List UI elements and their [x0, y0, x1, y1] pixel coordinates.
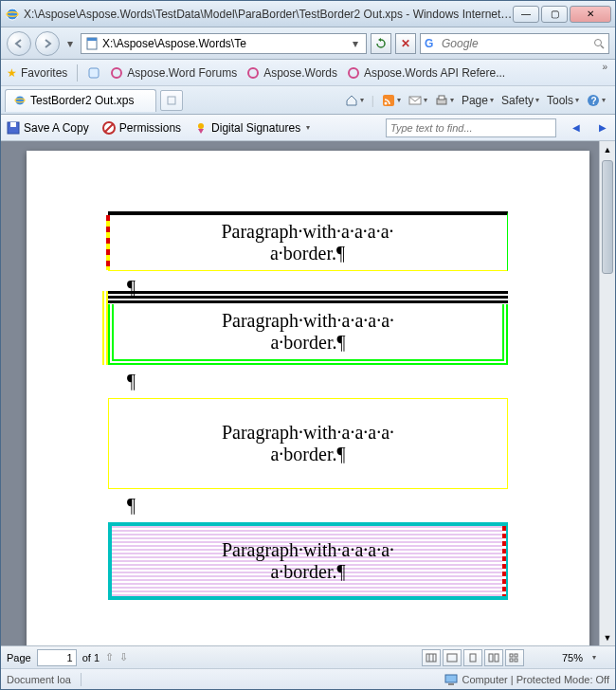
zoom-dropdown[interactable]: ▾ [592, 653, 596, 662]
search-bar[interactable]: G [420, 33, 609, 54]
svg-point-15 [384, 101, 387, 104]
svg-point-11 [15, 96, 25, 105]
fav-link-forums[interactable]: Aspose.Word Forums [110, 66, 237, 80]
scroll-thumb[interactable] [602, 160, 613, 274]
home-button[interactable]: ▾ [345, 94, 364, 107]
find-input[interactable] [390, 122, 552, 134]
forward-button[interactable] [35, 31, 60, 56]
svg-rect-32 [495, 654, 498, 662]
window-buttons: — ▢ ✕ [513, 6, 611, 23]
pilcrow-spacer: ¶ [108, 495, 508, 517]
digital-signatures-button[interactable]: Digital Signatures ▾ [194, 121, 310, 135]
permissions-icon [102, 121, 116, 135]
title-bar: X:\Aspose\Aspose.Words\TestData\Model\Pa… [1, 1, 615, 27]
svg-rect-3 [87, 38, 97, 41]
zoom-level: 75% [530, 652, 587, 663]
maximize-button[interactable]: ▢ [541, 6, 568, 23]
find-prev-button[interactable]: ◀ [570, 121, 583, 135]
svg-rect-22 [10, 122, 16, 127]
svg-rect-36 [515, 659, 517, 662]
svg-rect-13 [168, 97, 175, 104]
save-icon [7, 121, 20, 135]
mail-button[interactable]: ▾ [408, 94, 427, 107]
find-next-button[interactable]: ▶ [596, 121, 609, 135]
view-mode-buttons [422, 649, 524, 666]
svg-rect-38 [448, 683, 454, 685]
signature-icon [194, 121, 208, 135]
minimize-button[interactable]: — [513, 6, 539, 23]
nav-history-dropdown[interactable]: ▾ [63, 37, 77, 50]
document-page: Paragraph·with·a·a·a·a· a·border.¶ ¶ Par… [27, 151, 589, 645]
print-button[interactable]: ▾ [435, 94, 454, 107]
favbar-overflow[interactable]: » [602, 62, 607, 72]
stop-button[interactable]: ✕ [395, 33, 416, 54]
svg-rect-7 [89, 68, 99, 78]
search-input[interactable] [442, 37, 589, 50]
save-copy-button[interactable]: Save A Copy [7, 121, 89, 135]
pilcrow-spacer: ¶ [108, 371, 508, 392]
view-actual-button[interactable] [422, 649, 441, 666]
aspose-icon [347, 66, 360, 80]
svg-point-8 [112, 68, 121, 78]
scroll-up-button[interactable]: ▲ [600, 141, 615, 157]
command-bar: ▾ | ▾ ▾ ▾ Page▾ Safety▾ Tools▾ ?▾ [183, 94, 611, 107]
feeds-button[interactable]: ▾ [382, 94, 401, 107]
fav-link-words[interactable]: Aspose.Words [246, 66, 337, 80]
suggested-sites-button[interactable] [87, 66, 100, 80]
navigation-bar: ▾ ▾ ✕ G [1, 27, 615, 60]
safety-menu[interactable]: Safety▾ [501, 94, 539, 107]
svg-point-5 [595, 39, 602, 45]
find-box[interactable] [386, 118, 556, 137]
svg-rect-35 [510, 659, 513, 662]
svg-point-25 [198, 123, 204, 129]
svg-rect-26 [426, 654, 436, 662]
svg-rect-37 [445, 675, 457, 682]
view-two-button[interactable] [484, 649, 503, 666]
help-button[interactable]: ?▾ [587, 94, 606, 107]
new-tab-button[interactable] [160, 90, 183, 111]
favorites-label: Favorites [21, 66, 67, 80]
ie-icon [5, 7, 20, 22]
page-label: Page [7, 652, 31, 663]
viewer-scrollbar[interactable]: ▲ ▼ [599, 141, 615, 645]
svg-point-9 [248, 68, 258, 78]
status-text: Document loa [7, 674, 71, 685]
aspose-icon [246, 66, 260, 80]
address-input[interactable] [102, 37, 345, 50]
tools-menu[interactable]: Tools▾ [547, 94, 579, 107]
svg-rect-18 [439, 96, 444, 100]
scroll-down-button[interactable]: ▼ [600, 629, 615, 645]
chevron-down-icon: ▾ [306, 123, 310, 132]
page-down-button[interactable]: ⇩ [119, 651, 128, 663]
xps-viewer-toolbar: Save A Copy Permissions Digital Signatur… [1, 115, 615, 141]
star-icon: ★ [7, 66, 17, 80]
page-number-input[interactable] [37, 649, 77, 666]
favorites-button[interactable]: ★ Favorites [7, 66, 67, 80]
xps-bottom-bar: Page of 1 ⇧ ⇩ 75% ▾ [1, 645, 615, 668]
page-up-button[interactable]: ⇧ [105, 651, 114, 663]
window-title: X:\Aspose\Aspose.Words\TestData\Model\Pa… [24, 8, 513, 21]
permissions-button[interactable]: Permissions [102, 121, 181, 135]
internet-explorer-window: X:\Aspose\Aspose.Words\TestData\Model\Pa… [0, 0, 616, 690]
view-whole-button[interactable] [463, 649, 482, 666]
triple-border-top [108, 291, 508, 304]
favorites-bar: ★ Favorites Aspose.Word Forums Aspose.Wo… [1, 60, 615, 86]
address-bar[interactable]: ▾ [81, 33, 367, 54]
view-width-button[interactable] [443, 649, 462, 666]
tab-testborder[interactable]: TestBorder2 Out.xps [5, 89, 156, 112]
ie-icon [13, 94, 27, 107]
search-button-icon[interactable] [593, 38, 605, 49]
close-button[interactable]: ✕ [570, 6, 611, 23]
back-button[interactable] [7, 31, 31, 56]
page-menu[interactable]: Page▾ [462, 94, 494, 107]
paragraph-1: Paragraph·with·a·a·a·a· a·border.¶ [108, 211, 508, 271]
zone-indicator: Computer | Protected Mode: Off [444, 673, 609, 686]
svg-text:G: G [425, 37, 433, 50]
view-thumb-button[interactable] [505, 649, 524, 666]
status-bar: Document loa Computer | Protected Mode: … [1, 668, 615, 689]
fav-link-api[interactable]: Aspose.Words API Refere... [347, 66, 505, 80]
google-icon: G [425, 37, 438, 50]
address-dropdown[interactable]: ▾ [349, 37, 362, 50]
computer-icon [444, 673, 458, 686]
refresh-button[interactable] [371, 33, 391, 54]
